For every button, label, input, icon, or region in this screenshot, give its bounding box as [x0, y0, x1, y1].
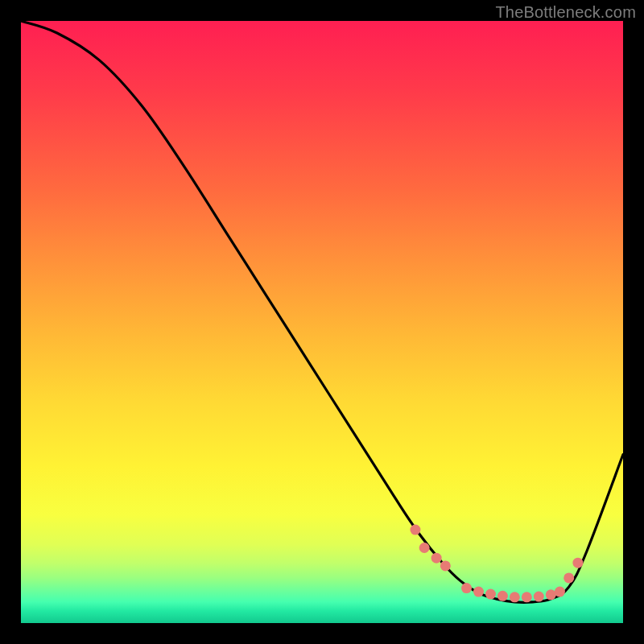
curve-marker	[419, 543, 430, 553]
chart-plot-area	[21, 21, 623, 623]
curve-marker	[485, 589, 496, 600]
chart-svg	[21, 21, 623, 623]
curve-marker	[461, 583, 472, 593]
curve-marker	[572, 558, 583, 568]
curve-marker	[473, 587, 484, 597]
curve-marker	[534, 592, 544, 602]
curve-marker	[497, 591, 508, 601]
bottleneck-curve	[21, 21, 623, 602]
curve-marker	[564, 572, 574, 583]
curve-marker	[440, 560, 451, 571]
curve-marker	[546, 589, 556, 600]
curve-marker	[522, 592, 532, 602]
curve-marker	[410, 525, 420, 535]
curve-marker	[555, 587, 565, 597]
marker-group	[410, 525, 583, 603]
curve-marker	[431, 553, 442, 564]
watermark-text: TheBottleneck.com	[495, 3, 636, 22]
chart-frame: TheBottleneck.com	[0, 0, 644, 644]
curve-marker	[510, 592, 520, 602]
